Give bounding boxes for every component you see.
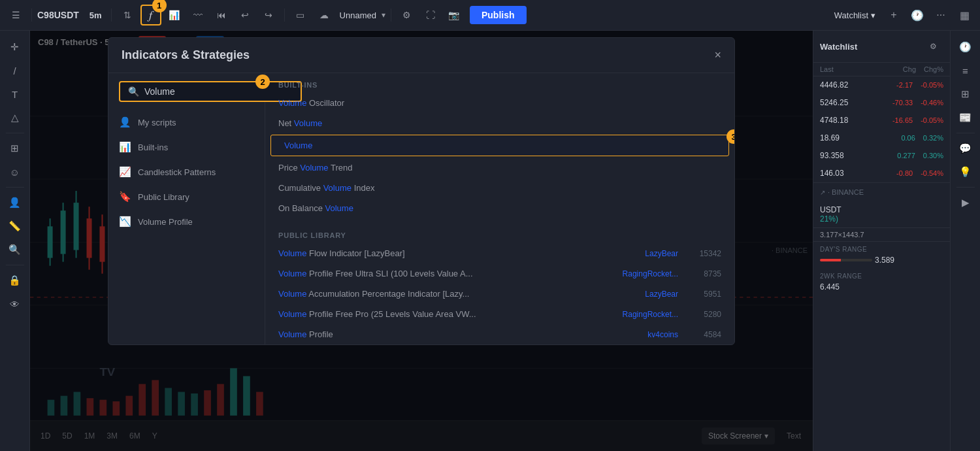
- toolbar-divider-2: [111, 8, 112, 22]
- watchlist-header: Watchlist ⚙: [813, 31, 950, 63]
- symbol-info-block: USDT 21%): [813, 201, 950, 227]
- result-price-volume-trend[interactable]: Price Volume Trend: [265, 158, 734, 178]
- shape-tool[interactable]: △: [4, 107, 26, 129]
- wl-last-3: 18.69: [820, 133, 840, 142]
- play-btn[interactable]: ▶: [955, 192, 977, 214]
- result-pre-net: Net: [278, 118, 294, 128]
- fullscreen-btn[interactable]: ⛶: [420, 5, 441, 25]
- publish-btn[interactable]: Publish: [470, 6, 527, 24]
- modal-left-nav: 🔍 2 👤 My scripts 📊 Built-ins 📈 C: [108, 73, 265, 344]
- sidebar-toggle-btn[interactable]: ☰: [5, 5, 26, 25]
- settings-btn[interactable]: ⚙: [397, 5, 417, 25]
- result-lib-4[interactable]: Volume Profile kv4coins 4584: [265, 324, 734, 344]
- days-range-section: DAY'S RANGE 3.589: [813, 241, 950, 269]
- lib-author-2: LazyBear: [645, 290, 678, 299]
- list-panel-btn[interactable]: ≡: [955, 59, 977, 82]
- nav-my-scripts[interactable]: 👤 My scripts: [108, 110, 265, 135]
- layout-btn[interactable]: ▭: [290, 5, 311, 25]
- highlight-obv-volume: Volume: [325, 203, 353, 213]
- ruler-tool[interactable]: 📏: [4, 215, 26, 237]
- modal-title: Indicators & Strategies: [122, 48, 250, 62]
- compare-btn[interactable]: ⇅: [117, 5, 138, 25]
- chart-type-area-btn[interactable]: 〰: [188, 5, 208, 25]
- pattern-tool[interactable]: ⊞: [4, 137, 26, 159]
- watchlist-row[interactable]: 146.03 -0.80 -0.54%: [813, 165, 950, 182]
- result-volume-oscillator[interactable]: Volume Oscillator: [265, 93, 734, 113]
- wl-chgpct-1: -0.46%: [921, 99, 943, 107]
- nav-candlestick-patterns[interactable]: 📈 Candlestick Patterns: [108, 159, 265, 184]
- user-tool[interactable]: 👤: [4, 192, 26, 214]
- built-ins-label: Built-ins: [138, 142, 168, 152]
- result-volume-main[interactable]: Volume: [270, 135, 729, 156]
- wl-chgpct-0: -0.05%: [921, 81, 943, 89]
- result-net-volume[interactable]: Net Volume: [265, 113, 734, 133]
- result-name-pvt: Price Volume Trend: [278, 163, 352, 173]
- news-panel-btn[interactable]: 📰: [955, 107, 977, 129]
- measure-tool[interactable]: ☺: [4, 161, 26, 183]
- crosshair-tool[interactable]: ✛: [4, 36, 26, 58]
- lib-suffix-0: Flow Indicator [LazyBear]: [309, 248, 405, 258]
- watchlist-btn[interactable]: Watchlist ▾: [829, 8, 881, 23]
- built-ins-icon: 📊: [119, 141, 131, 153]
- nav-volume-profile[interactable]: 📉 Volume Profile: [108, 209, 265, 234]
- replay-btn[interactable]: ⏮: [211, 5, 232, 25]
- result-lib-0[interactable]: Volume Flow Indicator [LazyBear] LazyBea…: [265, 243, 734, 263]
- nav-public-library[interactable]: 🔖 Public Library: [108, 184, 265, 209]
- screenshot-btn[interactable]: 📷: [444, 5, 465, 25]
- chat-panel-btn[interactable]: 💬: [955, 137, 977, 159]
- watchlist-row[interactable]: 4748.18 -16.65 -0.05%: [813, 112, 950, 129]
- zoom-tool[interactable]: 🔍: [4, 239, 26, 261]
- add-symbol-btn[interactable]: +: [883, 5, 904, 25]
- right-panel: Watchlist ⚙ Last Chg Chg% 4446.82 -2.17 …: [813, 31, 950, 451]
- watchlist-row[interactable]: 18.69 0.06 0.32%: [813, 129, 950, 147]
- result-lib-1[interactable]: Volume Profile Free Ultra SLI (100 Level…: [265, 263, 734, 284]
- result-pre-pvt: Price: [278, 163, 300, 173]
- left-sidebar: ✛ / T △ ⊞ ☺ 👤 📏 🔍 🔒 👁: [0, 31, 30, 451]
- result-suf-pvt: Trend: [331, 163, 352, 173]
- watchlist-settings-btn[interactable]: ⚙: [923, 36, 943, 57]
- cloud-btn[interactable]: ☁: [314, 5, 335, 25]
- indicators-modal: Indicators & Strategies × 🔍 2 👤 My scrip…: [108, 37, 735, 345]
- result-on-balance[interactable]: On Balance Volume: [265, 198, 734, 218]
- lib-result-name-3: Volume Profile Free Pro (25 Levels Value…: [278, 309, 476, 319]
- watchlist-row[interactable]: 4446.82 -2.17 -0.05%: [813, 76, 950, 94]
- lib-highlight-0: Volume: [278, 248, 306, 258]
- lib-result-name-1: Volume Profile Free Ultra SLI (100 Level…: [278, 269, 473, 278]
- undo-btn[interactable]: ↩: [235, 5, 255, 25]
- symbol-label: C98USDT: [37, 10, 79, 20]
- watchlist-title: Watchlist: [820, 42, 857, 52]
- days-range-value: 3.589: [820, 256, 943, 265]
- result-suffix-osc: Oscillator: [309, 98, 344, 108]
- result-cumulative-volume[interactable]: Cumulative Volume Index: [265, 178, 734, 198]
- builtins-section-header: BUILT-INS: [265, 73, 734, 93]
- watchlist-row[interactable]: 93.358 0.277 0.30%: [813, 147, 950, 165]
- nav-built-ins[interactable]: 📊 Built-ins: [108, 135, 265, 159]
- watchlist-row[interactable]: 5246.25 -70.33 -0.46%: [813, 94, 950, 112]
- result-lib-3[interactable]: Volume Profile Free Pro (25 Levels Value…: [265, 304, 734, 324]
- redo-btn[interactable]: ↪: [258, 5, 279, 25]
- eye-tool[interactable]: 👁: [4, 293, 26, 315]
- lock-tool[interactable]: 🔒: [4, 269, 26, 292]
- lib-suffix-1: Profile Free Ultra SLI (100 Levels Value…: [309, 269, 473, 278]
- lib-count-4: 4584: [689, 330, 721, 339]
- lib-author-1: RagingRocket...: [623, 269, 678, 278]
- result-pre-cvi: Cumulative: [278, 183, 323, 193]
- clock-btn[interactable]: 🕐: [907, 5, 928, 25]
- modal-close-btn[interactable]: ×: [714, 48, 721, 62]
- top-toolbar: ☰ C98USDT 5m ⇅ 𝑓 1 📊 〰 ⏮ ↩ ↪ ▭ ☁ Unnamed…: [0, 0, 980, 31]
- more-btn[interactable]: ···: [930, 5, 951, 25]
- chart-type-bar-btn[interactable]: 📊: [164, 5, 185, 25]
- wl-last-1: 5246.25: [820, 98, 848, 107]
- lib-count-2: 5951: [689, 290, 721, 299]
- modal-right-results: BUILT-INS Volume Oscillator Net Volume: [265, 73, 734, 344]
- table-panel-btn[interactable]: ⊞: [955, 83, 977, 105]
- result-lib-2[interactable]: Volume Accumulation Percentage Indicator…: [265, 284, 734, 304]
- idea-panel-btn[interactable]: 💡: [955, 161, 977, 183]
- wl-chgpct-5: -0.54%: [921, 169, 943, 177]
- text-tool[interactable]: T: [4, 83, 26, 105]
- clock-panel-btn[interactable]: 🕐: [955, 36, 977, 58]
- pencil-tool[interactable]: /: [4, 59, 26, 82]
- wl-last-4: 93.358: [820, 151, 844, 160]
- timeframe-btn[interactable]: 5m: [86, 8, 106, 23]
- panel-toggle-btn[interactable]: ▦: [954, 5, 975, 25]
